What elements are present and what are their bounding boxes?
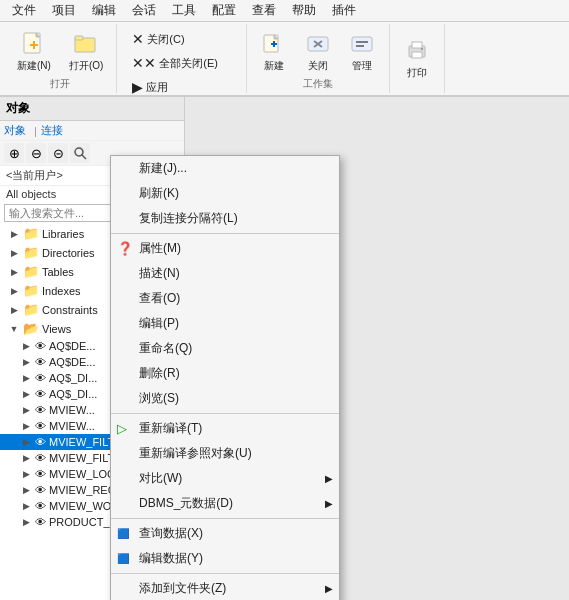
context-menu-overlay[interactable]: 新建(J)... 刷新(K) 复制连接分隔符(L) ❓ 属性(M) 描述(N) … bbox=[0, 0, 569, 600]
ctx-new-label: 新建(J)... bbox=[139, 160, 187, 177]
dbms-meta-arrow-icon: ▶ bbox=[325, 498, 333, 509]
ctx-copy-conn-label: 复制连接分隔符(L) bbox=[139, 210, 238, 227]
ctx-view-label: 查看(O) bbox=[139, 290, 180, 307]
ctx-add-folder-label: 添加到文件夹(Z) bbox=[139, 580, 226, 597]
ctx-dbms-meta[interactable]: DBMS_元数据(D) ▶ bbox=[111, 491, 339, 516]
ctx-rename-label: 重命名(Q) bbox=[139, 340, 192, 357]
ctx-add-folder[interactable]: 添加到文件夹(Z) ▶ bbox=[111, 576, 339, 600]
ctx-browse[interactable]: 浏览(S) bbox=[111, 386, 339, 411]
edit-data-icon: 🟦 bbox=[117, 553, 129, 564]
recompile-icon: ▷ bbox=[117, 421, 127, 436]
ctx-describe[interactable]: 描述(N) bbox=[111, 261, 339, 286]
ctx-sep3 bbox=[111, 518, 339, 519]
ctx-edit-data[interactable]: 🟦 编辑数据(Y) bbox=[111, 546, 339, 571]
ctx-properties[interactable]: ❓ 属性(M) bbox=[111, 236, 339, 261]
ctx-edit-data-label: 编辑数据(Y) bbox=[139, 550, 203, 567]
ctx-properties-label: 属性(M) bbox=[139, 240, 181, 257]
ctx-refresh[interactable]: 刷新(K) bbox=[111, 181, 339, 206]
ctx-sep4 bbox=[111, 573, 339, 574]
ctx-view[interactable]: 查看(O) bbox=[111, 286, 339, 311]
ctx-query-data[interactable]: 🟦 查询数据(X) bbox=[111, 521, 339, 546]
context-menu: 新建(J)... 刷新(K) 复制连接分隔符(L) ❓ 属性(M) 描述(N) … bbox=[110, 155, 340, 600]
ctx-edit[interactable]: 编辑(P) bbox=[111, 311, 339, 336]
ctx-compare[interactable]: 对比(W) ▶ bbox=[111, 466, 339, 491]
ctx-sep1 bbox=[111, 233, 339, 234]
ctx-recompile-ref-label: 重新编译参照对象(U) bbox=[139, 445, 252, 462]
ctx-copy-conn[interactable]: 复制连接分隔符(L) bbox=[111, 206, 339, 231]
ctx-compare-label: 对比(W) bbox=[139, 470, 182, 487]
ctx-recompile-ref[interactable]: 重新编译参照对象(U) bbox=[111, 441, 339, 466]
compare-arrow-icon: ▶ bbox=[325, 473, 333, 484]
add-folder-arrow-icon: ▶ bbox=[325, 583, 333, 594]
ctx-recompile[interactable]: ▷ 重新编译(T) bbox=[111, 416, 339, 441]
ctx-rename[interactable]: 重命名(Q) bbox=[111, 336, 339, 361]
ctx-dbms-meta-label: DBMS_元数据(D) bbox=[139, 495, 233, 512]
ctx-delete[interactable]: 删除(R) bbox=[111, 361, 339, 386]
query-data-icon: 🟦 bbox=[117, 528, 129, 539]
ctx-refresh-label: 刷新(K) bbox=[139, 185, 179, 202]
ctx-browse-label: 浏览(S) bbox=[139, 390, 179, 407]
properties-icon: ❓ bbox=[117, 241, 133, 256]
ctx-sep2 bbox=[111, 413, 339, 414]
ctx-recompile-label: 重新编译(T) bbox=[139, 420, 202, 437]
ctx-edit-label: 编辑(P) bbox=[139, 315, 179, 332]
ctx-query-data-label: 查询数据(X) bbox=[139, 525, 203, 542]
ctx-delete-label: 删除(R) bbox=[139, 365, 180, 382]
ctx-new[interactable]: 新建(J)... bbox=[111, 156, 339, 181]
ctx-describe-label: 描述(N) bbox=[139, 265, 180, 282]
